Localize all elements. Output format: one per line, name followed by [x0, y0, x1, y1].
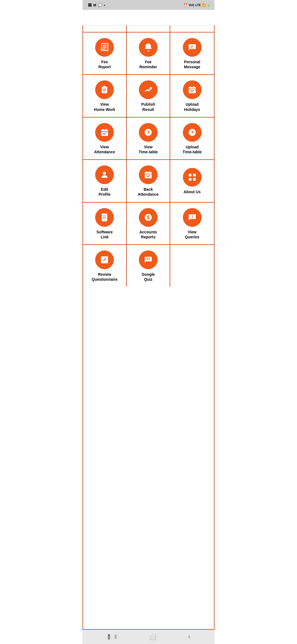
svg-rect-35 — [193, 178, 196, 181]
grid-cell-empty-5-2 — [170, 245, 214, 287]
svg-rect-46 — [148, 258, 150, 260]
google-quiz-label: GoogleQuiz — [142, 272, 155, 282]
status-dot: • — [104, 3, 105, 7]
nav-back-icon: ‹ — [188, 633, 190, 640]
about-us-label: About Us — [184, 189, 201, 194]
svg-point-22 — [148, 132, 149, 133]
fee-report-icon-circle — [95, 38, 114, 57]
accounts-reports-label: AccountsReports — [139, 230, 157, 239]
upload-timetable-label: UploadTime-table — [183, 144, 202, 154]
grid-cell-personal-message[interactable]: PersonalMessage — [170, 32, 214, 74]
nav-menu-button[interactable]: ⦀ — [107, 633, 117, 641]
svg-text:$: $ — [147, 214, 150, 220]
grid-row-3: EditProfileBackAttendanceAbout Us — [83, 160, 214, 202]
edit-profile-label: EditProfile — [99, 187, 111, 197]
status-image-icon: 🖼 — [88, 3, 92, 7]
svg-text:?: ? — [146, 257, 148, 262]
status-chat-icon: 💬 — [98, 3, 102, 7]
svg-rect-33 — [193, 174, 196, 176]
nav-home-button[interactable]: ⬜ — [149, 633, 156, 640]
grid-cell-edit-profile[interactable]: EditProfile — [83, 160, 127, 202]
grid-cell-fee-report[interactable]: FeeReport — [83, 32, 127, 74]
back-attendance-label: BackAttendance — [138, 187, 159, 197]
review-questionnaire-icon-circle — [95, 250, 114, 269]
view-home-work-icon-circle — [95, 80, 114, 99]
grid-cell-google-quiz[interactable]: ?GoogleQuiz — [127, 245, 170, 287]
grid-container: FeeReportFeeReminderPersonalMessageViewH… — [82, 32, 215, 630]
tab-reports[interactable] — [83, 25, 127, 32]
grid-cell-view-timetable[interactable]: ViewTime-table — [127, 118, 170, 159]
publish-result-label: PublishResult — [141, 102, 155, 112]
upload-holidays-label: UploadHolidays — [184, 102, 200, 112]
grid-cell-upload-timetable[interactable]: UploadTime-table — [170, 118, 214, 159]
back-attendance-icon-circle — [139, 165, 158, 184]
grid-cell-fee-reminder[interactable]: FeeReminder — [127, 32, 170, 74]
svg-rect-32 — [189, 174, 191, 176]
accounts-reports-icon-circle: $ — [139, 208, 158, 227]
status-vol-icon: Vol) — [189, 3, 194, 7]
tab-users[interactable] — [127, 25, 170, 32]
tab-header — [82, 25, 215, 32]
grid-cell-software-link[interactable]: SoftwareLink — [83, 203, 127, 244]
grid-cell-review-questionnaire[interactable]: ReviewQuestionnaire — [83, 245, 127, 287]
status-battery-icon: 🔋 — [207, 3, 211, 7]
app-bar — [82, 10, 215, 25]
grid-row-5: ReviewQuestionnaire?GoogleQuiz — [83, 245, 214, 287]
grid-row-1: ViewHome WorkPublishResultUploadHolidays — [83, 75, 214, 117]
tab-counter[interactable] — [170, 25, 214, 32]
nav-bar: ⦀ ⬜ ‹ — [82, 630, 215, 644]
view-timetable-icon-circle — [139, 123, 158, 142]
svg-rect-15 — [101, 130, 108, 136]
grid-row-0: FeeReportFeeReminderPersonalMessage — [83, 32, 214, 75]
upload-holidays-icon-circle — [183, 80, 202, 99]
nav-back-button[interactable]: ‹ — [188, 633, 190, 640]
svg-rect-7 — [103, 86, 106, 88]
google-quiz-icon-circle: ? — [139, 250, 158, 269]
grid-cell-upload-holidays[interactable]: UploadHolidays — [170, 75, 214, 117]
status-lte-label: LTE — [195, 3, 201, 7]
software-link-icon-circle — [95, 208, 114, 227]
svg-rect-11 — [189, 87, 196, 93]
grid-cell-about-us[interactable]: About Us — [170, 160, 214, 202]
status-gmail-icon: M — [93, 3, 96, 7]
grid-row-2: ViewAttendanceViewTime-tableUploadTime-t… — [83, 118, 214, 160]
nav-recents-icon: ⦀ — [114, 633, 117, 640]
review-questionnaire-label: ReviewQuestionnaire — [92, 272, 117, 282]
grid-cell-back-attendance[interactable]: BackAttendance — [127, 160, 170, 202]
personal-message-label: PersonalMessage — [184, 59, 200, 69]
grid-row-4: SoftwareLink$AccountsReports!ViewQueries — [83, 203, 214, 245]
edit-profile-icon-circle — [95, 165, 114, 184]
fee-reminder-label: FeeReminder — [139, 59, 157, 69]
personal-message-icon-circle — [183, 38, 202, 57]
status-alarm-icon: ⏰ — [184, 3, 188, 7]
upload-timetable-icon-circle — [183, 123, 202, 142]
grid-cell-accounts-reports[interactable]: $AccountsReports — [127, 203, 170, 244]
publish-result-icon-circle — [139, 80, 158, 99]
svg-point-27 — [103, 172, 106, 175]
grid-cell-view-queries[interactable]: !ViewQueries — [170, 203, 214, 244]
view-home-work-label: ViewHome Work — [94, 102, 116, 112]
about-us-icon-circle — [183, 168, 202, 187]
view-attendance-icon-circle — [95, 123, 114, 142]
grid-cell-view-attendance[interactable]: ViewAttendance — [83, 118, 127, 159]
nav-home-icon: ⬜ — [149, 633, 156, 640]
svg-text:!: ! — [191, 214, 193, 220]
view-timetable-label: ViewTime-table — [139, 144, 158, 154]
view-attendance-label: ViewAttendance — [94, 144, 115, 154]
grid-cell-publish-result[interactable]: PublishResult — [127, 75, 170, 117]
status-signal-icon: 📶 — [202, 3, 206, 7]
fee-report-label: FeeReport — [98, 59, 111, 69]
status-bar: 🖼 M 💬 • ⏰ Vol) LTE 📶 🔋 — [82, 0, 215, 10]
fee-reminder-icon-circle — [139, 38, 158, 57]
software-link-label: SoftwareLink — [97, 230, 113, 239]
view-queries-label: ViewQueries — [185, 230, 199, 239]
svg-rect-28 — [145, 172, 152, 178]
view-queries-icon-circle: ! — [183, 208, 202, 227]
svg-point-26 — [192, 132, 193, 133]
grid-cell-view-home-work[interactable]: ViewHome Work — [83, 75, 127, 117]
svg-rect-34 — [189, 178, 191, 181]
